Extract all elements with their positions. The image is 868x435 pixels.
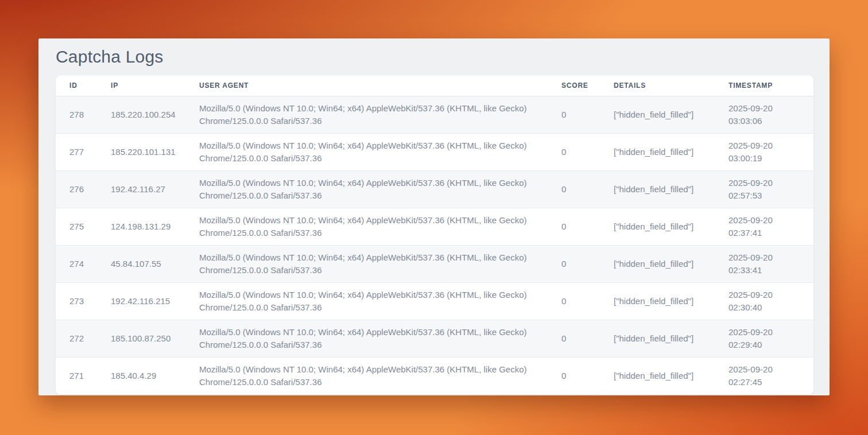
cell-score: 0 (561, 320, 614, 357)
cell-ip: 192.42.116.215 (111, 282, 199, 320)
cell-details: ["hidden_field_filled"] (614, 357, 728, 394)
log-table-row: 275 124.198.131.29 Mozilla/5.0 (Windows … (56, 208, 813, 245)
log-table-row: 274 45.84.107.55 Mozilla/5.0 (Windows NT… (56, 245, 813, 282)
column-header-user-agent: USER AGENT (199, 75, 561, 96)
cell-score: 0 (561, 96, 614, 133)
cell-id: 274 (56, 245, 111, 282)
cell-id: 276 (56, 170, 111, 208)
cell-score: 0 (561, 208, 614, 245)
cell-ip: 185.40.4.29 (111, 357, 199, 394)
cell-details: ["hidden_field_filled"] (614, 320, 728, 357)
cell-timestamp: 2025-09-20 02:29:40 (728, 320, 813, 357)
page-title: Captcha Logs (56, 48, 813, 66)
cell-timestamp: 2025-09-20 03:00:19 (728, 133, 813, 170)
cell-details: ["hidden_field_filled"] (614, 282, 728, 320)
cell-timestamp: 2025-09-20 02:33:41 (728, 245, 813, 282)
cell-id: 271 (56, 357, 111, 394)
cell-details: ["hidden_field_filled"] (614, 245, 728, 282)
logs-table-header: ID IP USER AGENT SCORE DETAILS TIMESTAMP (56, 75, 813, 96)
cell-ip: 185.220.101.131 (111, 133, 199, 170)
cell-score: 0 (561, 357, 614, 394)
cell-id: 272 (56, 320, 111, 357)
log-table-row: 273 192.42.116.215 Mozilla/5.0 (Windows … (56, 282, 813, 320)
cell-user-agent: Mozilla/5.0 (Windows NT 10.0; Win64; x64… (199, 282, 561, 320)
cell-ip: 185.100.87.250 (111, 320, 199, 357)
logs-table: ID IP USER AGENT SCORE DETAILS TIMESTAMP… (56, 75, 813, 395)
log-table-row: 277 185.220.101.131 Mozilla/5.0 (Windows… (56, 133, 813, 170)
cell-score: 0 (561, 170, 614, 208)
cell-timestamp: 2025-09-20 02:57:53 (728, 170, 813, 208)
cell-id: 278 (56, 96, 111, 133)
cell-user-agent: Mozilla/5.0 (Windows NT 10.0; Win64; x64… (199, 208, 561, 245)
cell-timestamp: 2025-09-20 02:27:45 (728, 357, 813, 394)
cell-user-agent: Mozilla/5.0 (Windows NT 10.0; Win64; x64… (199, 245, 561, 282)
column-header-timestamp: TIMESTAMP (728, 75, 813, 96)
cell-user-agent: Mozilla/5.0 (Windows NT 10.0; Win64; x64… (199, 96, 561, 133)
cell-id: 275 (56, 208, 111, 245)
cell-timestamp: 2025-09-20 02:30:40 (728, 282, 813, 320)
column-header-ip: IP (111, 75, 199, 96)
cell-id: 273 (56, 282, 111, 320)
log-table-row: 276 192.42.116.27 Mozilla/5.0 (Windows N… (56, 170, 813, 208)
cell-details: ["hidden_field_filled"] (614, 208, 728, 245)
log-table-row: 271 185.40.4.29 Mozilla/5.0 (Windows NT … (56, 357, 813, 394)
cell-user-agent: Mozilla/5.0 (Windows NT 10.0; Win64; x64… (199, 357, 561, 394)
logs-table-body: 278 185.220.100.254 Mozilla/5.0 (Windows… (56, 96, 813, 394)
cell-details: ["hidden_field_filled"] (614, 133, 728, 170)
cell-ip: 124.198.131.29 (111, 208, 199, 245)
cell-score: 0 (561, 133, 614, 170)
cell-timestamp: 2025-09-20 02:37:41 (728, 208, 813, 245)
column-header-id: ID (56, 75, 111, 96)
cell-user-agent: Mozilla/5.0 (Windows NT 10.0; Win64; x64… (199, 170, 561, 208)
cell-ip: 185.220.100.254 (111, 96, 199, 133)
cell-user-agent: Mozilla/5.0 (Windows NT 10.0; Win64; x64… (199, 133, 561, 170)
cell-ip: 45.84.107.55 (111, 245, 199, 282)
cell-id: 277 (56, 133, 111, 170)
log-table-row: 272 185.100.87.250 Mozilla/5.0 (Windows … (56, 320, 813, 357)
cell-score: 0 (561, 245, 614, 282)
column-header-score: SCORE (561, 75, 614, 96)
captcha-logs-card: Captcha Logs ID IP USER AGENT SCORE DETA… (38, 38, 830, 395)
log-table-row: 278 185.220.100.254 Mozilla/5.0 (Windows… (56, 96, 813, 133)
column-header-details: DETAILS (614, 75, 728, 96)
cell-ip: 192.42.116.27 (111, 170, 199, 208)
cell-details: ["hidden_field_filled"] (614, 170, 728, 208)
cell-user-agent: Mozilla/5.0 (Windows NT 10.0; Win64; x64… (199, 320, 561, 357)
cell-details: ["hidden_field_filled"] (614, 96, 728, 133)
app-background: { "page": { "title": "Captcha Logs" }, "… (0, 0, 868, 435)
cell-score: 0 (561, 282, 614, 320)
cell-timestamp: 2025-09-20 03:03:06 (728, 96, 813, 133)
logs-table-container: ID IP USER AGENT SCORE DETAILS TIMESTAMP… (56, 75, 813, 395)
